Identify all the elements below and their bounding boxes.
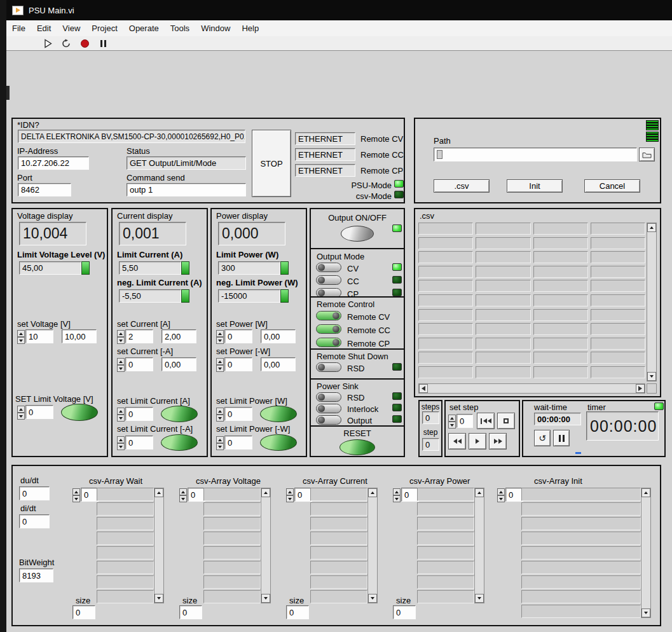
- array-cell[interactable]: [310, 561, 367, 574]
- scroll-left-icon[interactable]: [419, 384, 428, 393]
- remote-cv-switch[interactable]: [316, 311, 341, 320]
- set-neg-power-index-field[interactable]: 0: [224, 357, 252, 371]
- browse-button[interactable]: [639, 148, 655, 161]
- set-neg-power-stepper[interactable]: [216, 358, 224, 372]
- scroll-down-icon[interactable]: [154, 594, 163, 603]
- csv-array-wait-stepper[interactable]: [72, 488, 80, 502]
- array-cell[interactable]: [97, 488, 154, 501]
- set-limit-voltage-field[interactable]: 0: [25, 405, 53, 419]
- step-back-button[interactable]: [448, 433, 466, 450]
- set-neg-power-field[interactable]: 0,00: [261, 357, 296, 371]
- set-limit-current-field[interactable]: 0: [125, 407, 153, 421]
- set-voltage-index-field[interactable]: 10: [25, 329, 53, 343]
- array-cell[interactable]: [417, 546, 474, 560]
- scroll-up-icon[interactable]: [368, 488, 377, 497]
- scroll-down-icon[interactable]: [368, 594, 377, 603]
- array-cell[interactable]: [521, 561, 641, 574]
- cancel-button[interactable]: Cancel: [584, 179, 640, 193]
- scroll-down-icon[interactable]: [475, 594, 484, 603]
- csv-array-init-scrollbar[interactable]: [641, 488, 651, 618]
- csv-array-voltage-scrollbar[interactable]: [261, 488, 271, 603]
- di-dt-field[interactable]: 0: [19, 514, 50, 528]
- csv-array-wait-size[interactable]: 0: [72, 605, 95, 619]
- menu-tools[interactable]: Tools: [165, 24, 195, 33]
- array-cell[interactable]: [521, 532, 641, 545]
- array-cell[interactable]: [310, 502, 367, 516]
- array-cell[interactable]: [203, 517, 261, 530]
- csv-array-power-index[interactable]: 0: [401, 488, 419, 502]
- set-limit-power-field[interactable]: 0: [224, 407, 252, 421]
- set-limit-current-button[interactable]: [161, 406, 198, 422]
- menu-operate[interactable]: Operate: [123, 24, 165, 33]
- set-neg-limit-power-stepper[interactable]: [216, 436, 224, 450]
- scroll-down-icon[interactable]: [641, 608, 650, 617]
- array-cell[interactable]: [417, 488, 474, 501]
- csv-array-power-stepper[interactable]: [393, 488, 401, 502]
- menu-project[interactable]: Project: [86, 24, 123, 33]
- run-icon[interactable]: [41, 38, 54, 50]
- array-cell[interactable]: [203, 546, 261, 560]
- set-voltage-stepper[interactable]: [17, 330, 25, 344]
- array-cell[interactable]: [417, 532, 474, 545]
- csv-array-wait-scrollbar[interactable]: [154, 488, 164, 603]
- csv-array-current-scrollbar[interactable]: [367, 488, 378, 603]
- command-send-field[interactable]: outp 1: [127, 183, 246, 196]
- stop-button[interactable]: STOP: [252, 130, 291, 197]
- set-power-field[interactable]: 0,00: [261, 329, 296, 343]
- csv-table-vscrollbar[interactable]: [647, 223, 657, 381]
- menu-window[interactable]: Window: [195, 24, 236, 33]
- set-neg-current-field[interactable]: 0,00: [161, 357, 196, 371]
- mode-cc-switch[interactable]: [316, 275, 341, 285]
- array-cell[interactable]: [417, 517, 474, 530]
- array-cell[interactable]: [310, 546, 367, 560]
- undo-button[interactable]: ↺: [534, 430, 551, 446]
- menu-help[interactable]: Help: [236, 24, 264, 33]
- init-button[interactable]: Init: [507, 179, 563, 193]
- scroll-up-icon[interactable]: [647, 223, 656, 232]
- array-cell[interactable]: [203, 488, 261, 501]
- array-cell[interactable]: [417, 561, 474, 574]
- csv-array-wait-index[interactable]: 0: [81, 488, 99, 502]
- rsd-switch[interactable]: [316, 362, 341, 372]
- skip-to-start-button[interactable]: [477, 413, 495, 429]
- menu-view[interactable]: View: [57, 24, 86, 33]
- array-cell[interactable]: [97, 561, 154, 574]
- array-cell[interactable]: [521, 517, 641, 530]
- array-cell[interactable]: [97, 502, 154, 516]
- set-neg-limit-power-field[interactable]: 0: [224, 436, 252, 450]
- csv-array-current-index[interactable]: 0: [294, 488, 312, 502]
- sink-rsd-switch[interactable]: [316, 392, 341, 402]
- menu-file[interactable]: File: [6, 24, 31, 33]
- set-limit-power-stepper[interactable]: [216, 408, 224, 422]
- csv-array-current-size[interactable]: 0: [286, 605, 309, 619]
- array-cell[interactable]: [521, 546, 641, 560]
- reset-button[interactable]: [339, 439, 375, 455]
- set-neg-limit-current-stepper[interactable]: [117, 436, 125, 450]
- csv-array-voltage-index[interactable]: 0: [188, 488, 205, 502]
- csv-button[interactable]: .csv: [434, 179, 490, 193]
- menu-edit[interactable]: Edit: [31, 24, 57, 33]
- csv-array-power-size[interactable]: 0: [393, 605, 416, 619]
- output-onoff-button[interactable]: [341, 226, 374, 242]
- array-cell[interactable]: [97, 517, 154, 530]
- scroll-up-icon[interactable]: [261, 488, 270, 497]
- set-step-stepper[interactable]: [448, 415, 456, 429]
- sink-interlock-switch[interactable]: [316, 404, 341, 413]
- set-voltage-field[interactable]: 10,00: [62, 329, 97, 343]
- set-power-stepper[interactable]: [216, 330, 224, 344]
- array-cell[interactable]: [203, 590, 261, 603]
- array-cell[interactable]: [310, 575, 367, 589]
- array-cell[interactable]: [203, 561, 261, 574]
- csv-array-init-index[interactable]: 0: [505, 488, 523, 502]
- csv-array-power-scrollbar[interactable]: [474, 488, 484, 603]
- scroll-down-icon[interactable]: [261, 594, 270, 603]
- array-cell[interactable]: [203, 575, 261, 589]
- run-continuous-icon[interactable]: [60, 38, 72, 50]
- array-cell[interactable]: [310, 590, 367, 603]
- set-step-field[interactable]: 0: [456, 414, 473, 428]
- set-limit-power-button[interactable]: [260, 406, 297, 422]
- scroll-right-icon[interactable]: [636, 384, 645, 393]
- ip-address-field[interactable]: 10.27.206.22: [18, 156, 89, 170]
- array-cell[interactable]: [521, 605, 641, 618]
- set-neg-current-index-field[interactable]: 0: [125, 357, 153, 371]
